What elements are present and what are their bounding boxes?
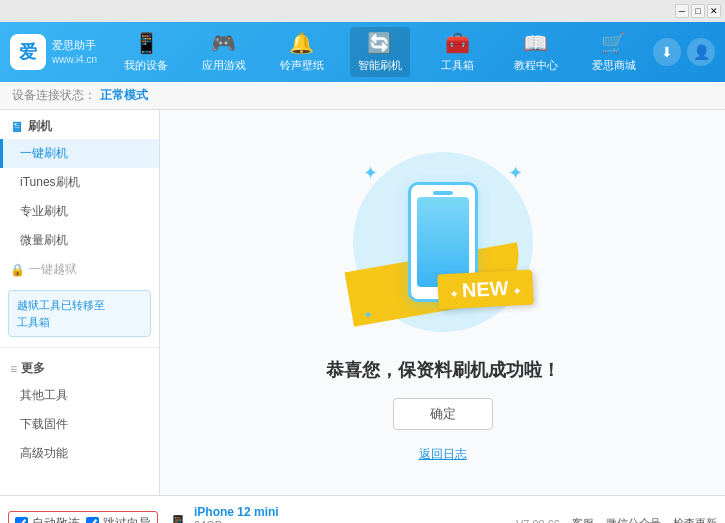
nav-smart-shop[interactable]: 🔄 智能刷机 <box>350 27 410 77</box>
device-name: iPhone 12 mini <box>194 505 283 519</box>
sidebar-download-firmware[interactable]: 下载固件 <box>0 410 159 439</box>
skip-wizard-label: 跳过向导 <box>103 515 151 523</box>
sparkle-tr: ✦ <box>508 162 523 184</box>
wechat-link[interactable]: 微信公众号 <box>606 516 661 523</box>
nav-my-device[interactable]: 📱 我的设备 <box>116 27 176 77</box>
auto-connect-checkbox[interactable] <box>15 517 28 523</box>
checkbox-auto-connect: 自动敬连 <box>15 515 80 523</box>
logo: 爱 爱思助手 www.i4.cn <box>10 34 97 70</box>
nav-ringtone[interactable]: 🔔 铃声壁纸 <box>272 27 332 77</box>
shop-icon: 🛒 <box>601 31 626 55</box>
status-label: 设备连接状态： <box>12 87 96 104</box>
sidebar-divider <box>0 347 159 348</box>
sidebar-more-header: ≡ 更多 <box>0 352 159 381</box>
sidebar-notice: 越狱工具已转移至工具箱 <box>8 290 151 337</box>
check-update-link[interactable]: 检查更新 <box>673 516 717 523</box>
sidebar-other-tools[interactable]: 其他工具 <box>0 381 159 410</box>
success-message: 恭喜您，保资料刷机成功啦！ <box>326 358 560 382</box>
nav-right: ⬇ 👤 <box>653 38 715 66</box>
skip-wizard-checkbox[interactable] <box>86 517 99 523</box>
device-info: 📱 iPhone 12 mini 64GB Down-12mini-13.1 <box>168 505 283 524</box>
logo-text: 爱思助手 www.i4.cn <box>52 38 97 65</box>
toolbox-icon: 🧰 <box>445 31 470 55</box>
device-bottom-bar: 自动敬连 跳过向导 📱 iPhone 12 mini 64GB Down-12m… <box>0 495 725 523</box>
nav-items: 📱 我的设备 🎮 应用游戏 🔔 铃声壁纸 🔄 智能刷机 🧰 工具箱 📖 教程中心… <box>107 27 653 77</box>
success-illustration: ✦ ✦ ✦ NEW <box>343 142 543 342</box>
back-log-link[interactable]: 返回日志 <box>419 446 467 463</box>
sidebar: 🖥 刷机 一键刷机 iTunes刷机 专业刷机 微量刷机 🔒 一键越狱 越狱工具… <box>0 110 160 495</box>
sparkle-bl: ✦ <box>363 308 373 322</box>
sidebar-pro-flash[interactable]: 专业刷机 <box>0 197 159 226</box>
download-button[interactable]: ⬇ <box>653 38 681 66</box>
customer-service-link[interactable]: 客服 <box>572 516 594 523</box>
status-bar: 设备连接状态： 正常模式 <box>0 82 725 110</box>
logo-icon: 爱 <box>10 34 46 70</box>
tutorial-icon: 📖 <box>523 31 548 55</box>
lock-icon: 🔒 <box>10 263 25 277</box>
phone-icon: 📱 <box>168 514 188 523</box>
user-button[interactable]: 👤 <box>687 38 715 66</box>
phone-notch <box>433 191 453 195</box>
confirm-button[interactable]: 确定 <box>393 398 493 430</box>
ringtone-icon: 🔔 <box>289 31 314 55</box>
sidebar-micro-flash[interactable]: 微量刷机 <box>0 226 159 255</box>
flash-section-icon: 🖥 <box>10 119 24 135</box>
content-area: ✦ ✦ ✦ NEW 恭喜您，保资料刷机成功啦！ 确定 返回日志 <box>160 110 725 495</box>
sidebar-flash-header: 🖥 刷机 <box>0 110 159 139</box>
auto-connect-label: 自动敬连 <box>32 515 80 523</box>
smart-shop-icon: 🔄 <box>367 31 392 55</box>
app-game-icon: 🎮 <box>211 31 236 55</box>
nav-tutorial[interactable]: 📖 教程中心 <box>506 27 566 77</box>
sidebar-jailbreak-locked: 🔒 一键越狱 <box>0 255 159 284</box>
my-device-icon: 📱 <box>134 31 159 55</box>
minimize-button[interactable]: ─ <box>675 4 689 18</box>
close-button[interactable]: ✕ <box>707 4 721 18</box>
nav-shop[interactable]: 🛒 爱思商城 <box>584 27 644 77</box>
device-details: iPhone 12 mini 64GB Down-12mini-13.1 <box>194 505 283 524</box>
checkbox-skip-wizard: 跳过向导 <box>86 515 151 523</box>
nav-bar: 爱 爱思助手 www.i4.cn 📱 我的设备 🎮 应用游戏 🔔 铃声壁纸 🔄 … <box>0 22 725 82</box>
new-badge: NEW <box>437 270 533 310</box>
sidebar-one-click-flash[interactable]: 一键刷机 <box>0 139 159 168</box>
sidebar-advanced[interactable]: 高级功能 <box>0 439 159 468</box>
bottom-right: V7.98.66 客服 微信公众号 检查更新 <box>516 516 717 523</box>
status-value: 正常模式 <box>100 87 148 104</box>
nav-toolbox[interactable]: 🧰 工具箱 <box>428 27 488 77</box>
device-storage: 64GB <box>194 519 283 524</box>
sidebar-itunes-flash[interactable]: iTunes刷机 <box>0 168 159 197</box>
maximize-button[interactable]: □ <box>691 4 705 18</box>
version-label: V7.98.66 <box>516 518 560 524</box>
title-bar: ─ □ ✕ <box>0 0 725 22</box>
sparkle-tl: ✦ <box>363 162 378 184</box>
nav-app-game[interactable]: 🎮 应用游戏 <box>194 27 254 77</box>
checkbox-group-wrapper: 自动敬连 跳过向导 <box>8 511 158 523</box>
main-area: 🖥 刷机 一键刷机 iTunes刷机 专业刷机 微量刷机 🔒 一键越狱 越狱工具… <box>0 110 725 495</box>
